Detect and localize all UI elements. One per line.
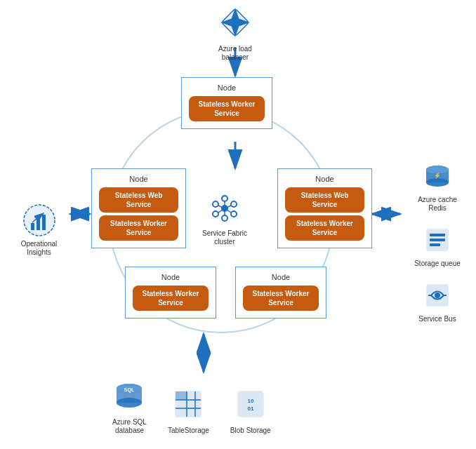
- service-bus-icon: [423, 281, 452, 310]
- node-left-service-2: Stateless WorkerService: [99, 215, 178, 241]
- azure-sql-icon: SQL: [112, 379, 146, 413]
- svg-rect-33: [430, 243, 440, 246]
- svg-rect-23: [37, 219, 40, 230]
- node-bottom-left: Node Stateless WorkerService: [125, 267, 216, 319]
- service-bus-label: Service Bus: [409, 315, 465, 323]
- node-top-label: Node: [189, 83, 265, 92]
- sf-cluster-label: Service Fabric cluster: [200, 229, 249, 246]
- svg-rect-32: [430, 239, 445, 241]
- svg-text:⚡: ⚡: [434, 172, 441, 179]
- node-bottom-left-label: Node: [133, 273, 209, 281]
- svg-rect-48: [176, 391, 187, 400]
- architecture-diagram: Azure load balancer Node Stateless Worke…: [0, 0, 476, 449]
- azure-sql-container: SQL Azure SQLdatabase: [112, 379, 147, 435]
- svg-point-12: [222, 215, 227, 221]
- node-right-service-2: Stateless WorkerService: [285, 215, 364, 241]
- node-top: Node Stateless WorkerService: [181, 77, 272, 129]
- node-right-label: Node: [285, 175, 364, 183]
- load-balancer-icon: [218, 6, 252, 39]
- table-storage-container: TableStorage: [168, 387, 209, 435]
- bottom-services-container: SQL Azure SQLdatabase TableStorage 10 01: [112, 379, 271, 435]
- svg-point-10: [231, 201, 237, 207]
- svg-rect-49: [238, 391, 263, 417]
- node-top-service-1: Stateless WorkerService: [189, 96, 265, 121]
- node-bottom-left-service-1: Stateless WorkerService: [133, 286, 209, 311]
- svg-point-3: [233, 20, 237, 25]
- storage-queue-container: Storage queue: [409, 225, 465, 268]
- table-storage-icon: [171, 387, 205, 421]
- operational-insights-container: Operational Insights: [13, 203, 65, 257]
- svg-point-27: [426, 178, 449, 187]
- node-bottom-right: Node Stateless WorkerService: [235, 267, 326, 319]
- sf-cluster-container: Service Fabric cluster: [200, 193, 249, 246]
- blob-storage-icon: 10 01: [234, 387, 267, 421]
- svg-point-14: [213, 201, 218, 207]
- node-bottom-right-service-1: Stateless WorkerService: [243, 286, 319, 311]
- azure-cache-label: Azure cacheRedis: [409, 196, 465, 213]
- azure-cache-icon: ⚡: [423, 161, 452, 191]
- load-balancer-container: Azure load balancer: [207, 6, 263, 62]
- svg-point-9: [222, 196, 227, 201]
- svg-rect-22: [31, 223, 34, 230]
- svg-text:10: 10: [247, 398, 253, 404]
- svg-rect-24: [42, 215, 46, 230]
- svg-text:SQL: SQL: [124, 387, 135, 393]
- service-bus-container: Service Bus: [409, 281, 465, 323]
- blob-storage-container: 10 01 Blob Storage: [230, 387, 271, 435]
- azure-sql-label: Azure SQLdatabase: [112, 418, 147, 435]
- storage-queue-icon: [423, 225, 452, 255]
- node-right-service-1: Stateless WebService: [285, 187, 364, 213]
- node-left-label: Node: [99, 175, 178, 183]
- svg-point-40: [117, 398, 142, 408]
- operational-insights-label: Operational Insights: [13, 240, 65, 257]
- table-storage-label: TableStorage: [168, 427, 209, 435]
- storage-queue-label: Storage queue: [409, 260, 465, 268]
- svg-point-11: [231, 211, 237, 217]
- svg-point-35: [435, 293, 440, 298]
- node-left-service-1: Stateless WebService: [99, 187, 178, 213]
- svg-text:01: 01: [247, 406, 253, 412]
- node-left: Node Stateless WebService Stateless Work…: [91, 168, 186, 248]
- operational-insights-icon: [22, 203, 56, 237]
- node-bottom-right-label: Node: [243, 273, 319, 281]
- azure-cache-container: ⚡ Azure cacheRedis: [409, 161, 465, 213]
- node-right: Node Stateless WebService Stateless Work…: [277, 168, 372, 248]
- svg-point-13: [213, 211, 218, 217]
- blob-storage-label: Blob Storage: [230, 427, 271, 435]
- svg-rect-31: [430, 234, 445, 236]
- right-services-container: ⚡ Azure cacheRedis Storage queue Ser: [409, 161, 465, 323]
- load-balancer-label: Azure load balancer: [207, 45, 263, 62]
- sf-cluster-icon: [209, 193, 240, 224]
